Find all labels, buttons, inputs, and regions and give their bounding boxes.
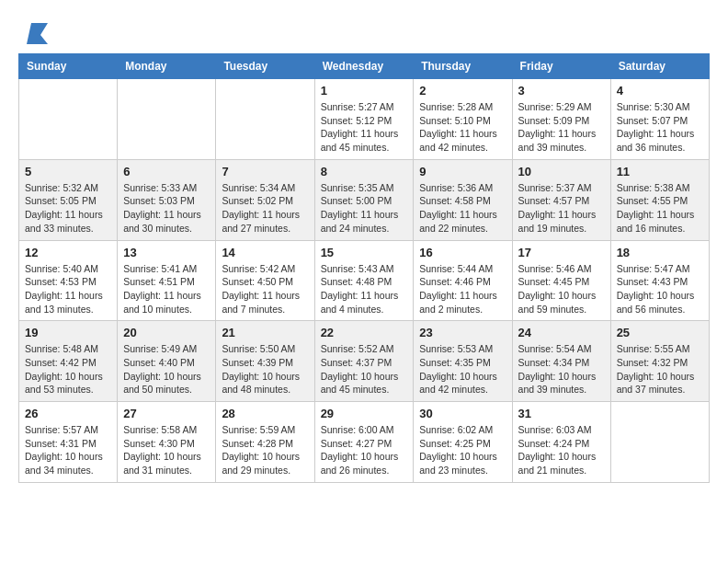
day-info: Sunrise: 5:52 AM Sunset: 4:37 PM Dayligh…: [321, 342, 408, 396]
calendar-cell: 23Sunrise: 5:53 AM Sunset: 4:35 PM Dayli…: [414, 321, 512, 402]
day-number: 1: [321, 84, 408, 98]
day-number: 14: [222, 246, 308, 259]
weekday-header: Tuesday: [216, 54, 314, 79]
day-info: Sunrise: 5:41 AM Sunset: 4:51 PM Dayligh…: [123, 262, 210, 316]
day-number: 20: [123, 326, 210, 339]
weekday-header: Wednesday: [314, 54, 414, 79]
day-info: Sunrise: 5:27 AM Sunset: 5:12 PM Dayligh…: [321, 100, 408, 155]
day-number: 2: [419, 84, 506, 98]
day-number: 3: [518, 84, 605, 98]
calendar-table: SundayMondayTuesdayWednesdayThursdayFrid…: [18, 53, 710, 483]
svg-marker-0: [27, 23, 48, 44]
calendar-cell: 14Sunrise: 5:42 AM Sunset: 4:50 PM Dayli…: [216, 240, 314, 321]
day-info: Sunrise: 6:03 AM Sunset: 4:24 PM Dayligh…: [518, 423, 605, 477]
logo-icon: [22, 18, 48, 44]
calendar-cell: 8Sunrise: 5:35 AM Sunset: 5:00 PM Daylig…: [314, 159, 414, 240]
day-info: Sunrise: 6:00 AM Sunset: 4:27 PM Dayligh…: [321, 423, 408, 477]
day-info: Sunrise: 5:37 AM Sunset: 4:57 PM Dayligh…: [518, 181, 605, 236]
day-info: Sunrise: 5:57 AM Sunset: 4:31 PM Dayligh…: [25, 423, 111, 477]
day-info: Sunrise: 5:32 AM Sunset: 5:05 PM Dayligh…: [25, 181, 111, 236]
calendar-cell: 15Sunrise: 5:43 AM Sunset: 4:48 PM Dayli…: [314, 240, 414, 321]
day-info: Sunrise: 5:43 AM Sunset: 4:48 PM Dayligh…: [321, 262, 408, 316]
calendar-week-row: 12Sunrise: 5:40 AM Sunset: 4:53 PM Dayli…: [19, 240, 710, 321]
day-info: Sunrise: 5:36 AM Sunset: 4:58 PM Dayligh…: [419, 181, 506, 236]
calendar-cell: 25Sunrise: 5:55 AM Sunset: 4:32 PM Dayli…: [610, 321, 709, 402]
day-info: Sunrise: 5:38 AM Sunset: 4:55 PM Dayligh…: [617, 181, 703, 236]
day-info: Sunrise: 5:50 AM Sunset: 4:39 PM Dayligh…: [222, 342, 308, 396]
calendar-cell: 5Sunrise: 5:32 AM Sunset: 5:05 PM Daylig…: [19, 159, 118, 240]
day-info: Sunrise: 5:40 AM Sunset: 4:53 PM Dayligh…: [25, 262, 111, 316]
calendar-cell: 20Sunrise: 5:49 AM Sunset: 4:40 PM Dayli…: [118, 321, 216, 402]
calendar-cell: 2Sunrise: 5:28 AM Sunset: 5:10 PM Daylig…: [414, 79, 512, 160]
day-number: 31: [518, 407, 605, 420]
day-info: Sunrise: 5:46 AM Sunset: 4:45 PM Dayligh…: [518, 262, 605, 316]
day-number: 5: [25, 165, 111, 178]
calendar-cell: 10Sunrise: 5:37 AM Sunset: 4:57 PM Dayli…: [512, 159, 610, 240]
day-number: 25: [617, 326, 703, 339]
day-number: 12: [25, 246, 111, 259]
calendar-week-row: 1Sunrise: 5:27 AM Sunset: 5:12 PM Daylig…: [19, 79, 710, 160]
day-number: 24: [518, 326, 605, 339]
day-number: 28: [222, 407, 308, 420]
calendar-week-row: 5Sunrise: 5:32 AM Sunset: 5:05 PM Daylig…: [19, 159, 710, 240]
weekday-header: Sunday: [19, 54, 118, 79]
calendar-cell: 17Sunrise: 5:46 AM Sunset: 4:45 PM Dayli…: [512, 240, 610, 321]
calendar-cell: 24Sunrise: 5:54 AM Sunset: 4:34 PM Dayli…: [512, 321, 610, 402]
weekday-header: Monday: [118, 54, 216, 79]
weekday-header: Thursday: [414, 54, 512, 79]
calendar-cell: 4Sunrise: 5:30 AM Sunset: 5:07 PM Daylig…: [610, 79, 709, 160]
day-number: 7: [222, 165, 308, 178]
day-number: 15: [321, 246, 408, 259]
calendar-cell: 27Sunrise: 5:58 AM Sunset: 4:30 PM Dayli…: [118, 402, 216, 483]
calendar-cell: 1Sunrise: 5:27 AM Sunset: 5:12 PM Daylig…: [314, 79, 414, 160]
day-number: 23: [419, 326, 506, 339]
day-info: Sunrise: 5:58 AM Sunset: 4:30 PM Dayligh…: [123, 423, 210, 477]
day-info: Sunrise: 5:42 AM Sunset: 4:50 PM Dayligh…: [222, 262, 308, 316]
calendar-cell: 21Sunrise: 5:50 AM Sunset: 4:39 PM Dayli…: [216, 321, 314, 402]
calendar-cell: 22Sunrise: 5:52 AM Sunset: 4:37 PM Dayli…: [314, 321, 414, 402]
calendar-week-row: 19Sunrise: 5:48 AM Sunset: 4:42 PM Dayli…: [19, 321, 710, 402]
day-number: 13: [123, 246, 210, 259]
page-header: [18, 18, 710, 44]
day-info: Sunrise: 5:48 AM Sunset: 4:42 PM Dayligh…: [25, 342, 111, 396]
day-number: 26: [25, 407, 111, 420]
logo: [18, 18, 48, 44]
day-info: Sunrise: 5:35 AM Sunset: 5:00 PM Dayligh…: [321, 181, 408, 236]
calendar-cell: 6Sunrise: 5:33 AM Sunset: 5:03 PM Daylig…: [118, 159, 216, 240]
day-number: 10: [518, 165, 605, 178]
calendar-cell: 28Sunrise: 5:59 AM Sunset: 4:28 PM Dayli…: [216, 402, 314, 483]
day-info: Sunrise: 5:44 AM Sunset: 4:46 PM Dayligh…: [419, 262, 506, 316]
day-info: Sunrise: 6:02 AM Sunset: 4:25 PM Dayligh…: [419, 423, 506, 477]
day-info: Sunrise: 5:28 AM Sunset: 5:10 PM Dayligh…: [419, 100, 506, 155]
day-number: 16: [419, 246, 506, 259]
calendar-cell: [19, 79, 118, 160]
day-number: 18: [617, 246, 703, 259]
weekday-header: Friday: [512, 54, 610, 79]
day-info: Sunrise: 5:54 AM Sunset: 4:34 PM Dayligh…: [518, 342, 605, 396]
day-info: Sunrise: 5:53 AM Sunset: 4:35 PM Dayligh…: [419, 342, 506, 396]
day-number: 17: [518, 246, 605, 259]
calendar-cell: 3Sunrise: 5:29 AM Sunset: 5:09 PM Daylig…: [512, 79, 610, 160]
day-number: 21: [222, 326, 308, 339]
day-number: 30: [419, 407, 506, 420]
calendar-cell: 13Sunrise: 5:41 AM Sunset: 4:51 PM Dayli…: [118, 240, 216, 321]
calendar-cell: 19Sunrise: 5:48 AM Sunset: 4:42 PM Dayli…: [19, 321, 118, 402]
calendar-week-row: 26Sunrise: 5:57 AM Sunset: 4:31 PM Dayli…: [19, 402, 710, 483]
day-info: Sunrise: 5:30 AM Sunset: 5:07 PM Dayligh…: [617, 100, 703, 155]
day-info: Sunrise: 5:34 AM Sunset: 5:02 PM Dayligh…: [222, 181, 308, 236]
calendar-cell: 12Sunrise: 5:40 AM Sunset: 4:53 PM Dayli…: [19, 240, 118, 321]
calendar-cell: 9Sunrise: 5:36 AM Sunset: 4:58 PM Daylig…: [414, 159, 512, 240]
weekday-header: Saturday: [610, 54, 709, 79]
day-number: 9: [419, 165, 506, 178]
day-info: Sunrise: 5:47 AM Sunset: 4:43 PM Dayligh…: [617, 262, 703, 316]
day-number: 4: [617, 84, 703, 98]
day-info: Sunrise: 5:29 AM Sunset: 5:09 PM Dayligh…: [518, 100, 605, 155]
day-number: 8: [321, 165, 408, 178]
calendar-cell: 31Sunrise: 6:03 AM Sunset: 4:24 PM Dayli…: [512, 402, 610, 483]
day-info: Sunrise: 5:55 AM Sunset: 4:32 PM Dayligh…: [617, 342, 703, 396]
day-info: Sunrise: 5:49 AM Sunset: 4:40 PM Dayligh…: [123, 342, 210, 396]
calendar-cell: 26Sunrise: 5:57 AM Sunset: 4:31 PM Dayli…: [19, 402, 118, 483]
calendar-header-row: SundayMondayTuesdayWednesdayThursdayFrid…: [19, 54, 710, 79]
calendar-cell: 18Sunrise: 5:47 AM Sunset: 4:43 PM Dayli…: [610, 240, 709, 321]
calendar-cell: [118, 79, 216, 160]
